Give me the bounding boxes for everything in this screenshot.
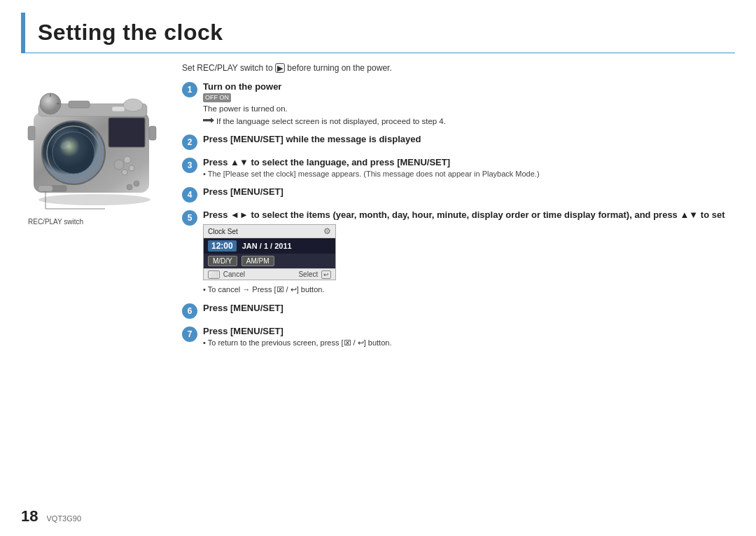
svg-point-21 [127, 184, 132, 190]
power-switch-indicator: OFF ON [203, 93, 231, 102]
cancel-icon: ⬜ [208, 270, 220, 279]
step-7-content: Press [MENU/SET] To return to the previo… [203, 326, 735, 348]
step-1-title: Turn on the power [203, 81, 735, 92]
step-7-note: To return to the previous screen, press … [203, 338, 735, 348]
svg-rect-24 [28, 126, 35, 140]
svg-point-20 [134, 181, 139, 186]
step-7: 7 Press [MENU/SET] To return to the prev… [182, 326, 735, 348]
svg-point-16 [114, 160, 124, 170]
step-4: 4 Press [MENU/SET] [182, 186, 735, 202]
clock-set-label: Clock Set [208, 228, 238, 235]
svg-point-17 [124, 156, 131, 163]
step-4-content: Press [MENU/SET] [203, 186, 735, 198]
step-5-note: To cancel → Press [🗵 / ↩] button. [203, 284, 735, 295]
page-header: Setting the clock [21, 13, 735, 53]
select-icon: ↩ [321, 270, 331, 279]
step-7-title: Press [MENU/SET] [203, 326, 735, 336]
step-number-3: 3 [182, 158, 197, 173]
step-3: 3 Press ▲▼ to select the language, and p… [182, 157, 735, 179]
svg-point-18 [129, 165, 134, 171]
step-6: 6 Press [MENU/SET] [182, 303, 735, 319]
switch-label: REC/PLAY switch [28, 218, 175, 226]
clock-set-footer: ⬜ Cancel Select ↩ [204, 268, 335, 280]
clock-set-options: M/D/Y AM/PM [204, 254, 335, 268]
step-1-detail: OFF ON The power is turned on. If the la… [203, 93, 735, 127]
doc-code: VQT3G90 [46, 514, 81, 523]
clock-set-time-row: 12:00 JAN / 1 / 2011 [204, 238, 335, 254]
clock-time: 12:00 [208, 240, 237, 252]
step-number-5: 5 [182, 210, 197, 226]
svg-point-19 [122, 170, 127, 175]
gear-icon: ⚙ [323, 226, 331, 236]
clock-set-display: Clock Set ⚙ 12:00 JAN / 1 / 2011 M/D/Y A… [203, 224, 336, 280]
svg-rect-23 [38, 186, 52, 191]
page-title: Setting the clock [38, 20, 721, 46]
step-number-4: 4 [182, 187, 197, 202]
time-format-option: AM/PM [241, 256, 274, 266]
arrow-right-icon [203, 118, 214, 123]
step-3-content: Press ▲▼ to select the language, and pre… [203, 157, 735, 179]
steps-column: Set REC/PLAY switch to ▶ before turning … [175, 63, 735, 355]
page-footer: 18 VQT3G90 [21, 507, 81, 525]
clock-date: JAN / 1 / 2011 [242, 242, 292, 250]
camera-illustration [21, 77, 168, 210]
step-3-note: The [Please set the clock] message appea… [203, 169, 735, 179]
step-6-title: Press [MENU/SET] [203, 303, 735, 313]
step-2: 2 Press [MENU/SET] while the message is … [182, 134, 735, 150]
page-body: REC/PLAY switch Set REC/PLAY switch to ▶… [21, 63, 735, 355]
date-format-option: M/D/Y [208, 256, 237, 266]
step-3-title: Press ▲▼ to select the language, and pre… [203, 157, 735, 167]
step-number-2: 2 [182, 135, 197, 150]
step-5-content: Press ◄► to select the items (year, mont… [203, 209, 735, 295]
intro-text: Set REC/PLAY switch to ▶ before turning … [182, 63, 735, 73]
svg-rect-13 [108, 118, 145, 147]
svg-rect-14 [69, 101, 90, 108]
step-1-content: Turn on the power OFF ON The power is tu… [203, 81, 735, 127]
step-number-1: 1 [182, 82, 197, 97]
step-1-detail-line2: If the language select screen is not dis… [203, 116, 735, 127]
svg-rect-15 [112, 106, 125, 111]
svg-point-3 [123, 99, 143, 111]
step-6-content: Press [MENU/SET] [203, 303, 735, 315]
step-4-title: Press [MENU/SET] [203, 186, 735, 197]
cancel-label: ⬜ Cancel [208, 270, 245, 278]
svg-rect-25 [149, 126, 156, 140]
step-5-title: Press ◄► to select the items (year, mont… [203, 209, 735, 220]
step-number-6: 6 [182, 303, 197, 319]
step-1: 1 Turn on the power OFF ON The power is … [182, 81, 735, 127]
step-2-content: Press [MENU/SET] while the message is di… [203, 134, 735, 146]
camera-column: REC/PLAY switch [21, 63, 175, 355]
step-2-title: Press [MENU/SET] while the message is di… [203, 134, 735, 144]
step-number-7: 7 [182, 327, 197, 342]
clock-set-header: Clock Set ⚙ [204, 225, 335, 238]
select-label: Select ↩ [298, 270, 331, 278]
step-5: 5 Press ◄► to select the items (year, mo… [182, 209, 735, 295]
page-number: 18 [21, 507, 38, 525]
svg-point-0 [38, 194, 150, 205]
step-1-detail-line1: The power is turned on. [203, 103, 735, 114]
